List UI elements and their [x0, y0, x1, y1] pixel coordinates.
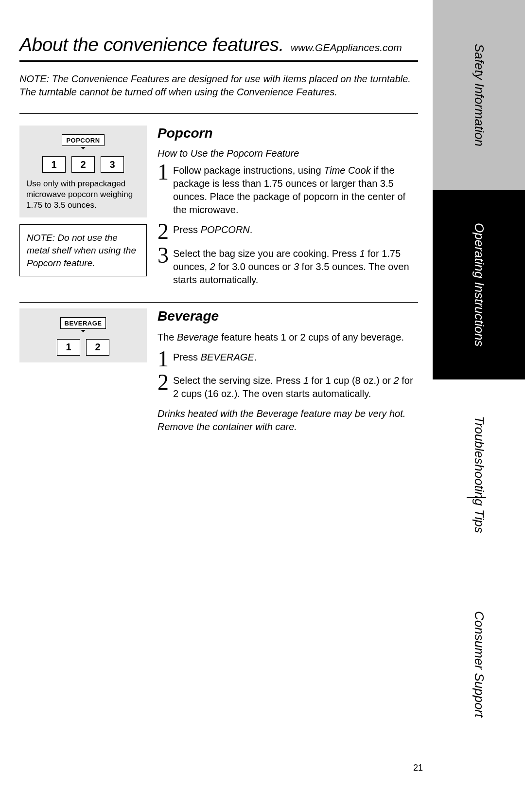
step-text: Select the bag size you are cooking. Pre…: [173, 248, 360, 259]
popcorn-step-1: 1 Follow package instructions, using Tim…: [158, 164, 418, 217]
step-text: .: [250, 224, 253, 235]
keyword: BEVERAGE: [201, 352, 254, 362]
beverage-step-2: 2 Select the serving size. Press 1 for 1…: [158, 374, 418, 400]
step-text: Press: [173, 224, 201, 235]
popcorn-size-3-button: 3: [101, 156, 124, 173]
popcorn-panel-caption: Use only with prepackaged microwave popc…: [26, 179, 140, 211]
keyword: 1: [303, 375, 309, 386]
page-url: www.GEAppliances.com: [291, 42, 402, 54]
step-text: for 1 cup (8 oz.) or: [309, 375, 394, 386]
chevron-down-icon: [81, 330, 86, 332]
popcorn-title: Popcorn: [158, 126, 418, 141]
popcorn-size-2-button: 2: [71, 156, 95, 173]
section-popcorn: POPCORN 1 2 3 Use only with prepackaged …: [19, 120, 418, 303]
side-tabs: Safety Information Operating Instruction…: [433, 0, 525, 759]
keyword: 1: [360, 248, 365, 259]
keyword: 3: [294, 261, 299, 272]
top-note: NOTE: The Convenience Features are desig…: [19, 72, 418, 114]
popcorn-step-3: 3 Select the bag size you are cooking. P…: [158, 247, 418, 287]
step-text: Follow package instructions, using: [173, 165, 324, 176]
step-number: 3: [158, 247, 170, 287]
popcorn-panel: POPCORN 1 2 3 Use only with prepackaged …: [19, 126, 147, 217]
step-text: for 3.0 ounces or: [215, 261, 294, 272]
tab-consumer-support: Consumer Support: [433, 569, 525, 759]
beverage-caution: Drinks heated with the Beverage feature …: [158, 407, 418, 433]
step-number: 1: [158, 164, 170, 217]
keyword: Time Cook: [324, 165, 371, 176]
beverage-size-1-button: 1: [57, 339, 80, 356]
step-number: 2: [158, 374, 170, 400]
popcorn-size-1-button: 1: [42, 156, 66, 173]
step-text: .: [254, 352, 257, 362]
beverage-panel: BEVERAGE 1 2: [19, 308, 147, 362]
beverage-title: Beverage: [158, 308, 418, 324]
tab-safety-information: Safety Information: [433, 0, 525, 190]
tab-troubleshooting-tips: Troubleshooting Tips: [433, 379, 525, 569]
step-number: 2: [158, 223, 170, 240]
keyword: POPCORN: [201, 224, 250, 235]
beverage-step-1: 1 Press BEVERAGE.: [158, 351, 418, 368]
step-number: 1: [158, 351, 170, 368]
step-text: Select the serving size. Press: [173, 375, 303, 386]
popcorn-note-box: NOTE: Do not use the metal shelf when us…: [19, 224, 147, 276]
popcorn-button: POPCORN: [62, 134, 104, 146]
tab-divider: [467, 497, 486, 498]
popcorn-subtitle: How to Use the Popcorn Feature: [158, 148, 418, 159]
beverage-intro: The Beverage feature heats 1 or 2 cups o…: [158, 331, 418, 344]
keyword: 2: [394, 375, 399, 386]
section-beverage: BEVERAGE 1 2 Beverage The Beverage featu…: [19, 303, 418, 443]
beverage-button: BEVERAGE: [60, 317, 106, 329]
popcorn-step-2: 2 Press POPCORN.: [158, 223, 418, 240]
chevron-down-icon: [81, 147, 86, 149]
keyword: 2: [210, 261, 215, 272]
page-title: About the convenience features.: [19, 34, 284, 55]
beverage-size-2-button: 2: [86, 339, 109, 356]
step-text: Press: [173, 352, 201, 362]
page-number: 21: [413, 763, 423, 773]
tab-operating-instructions: Operating Instructions: [433, 190, 525, 379]
